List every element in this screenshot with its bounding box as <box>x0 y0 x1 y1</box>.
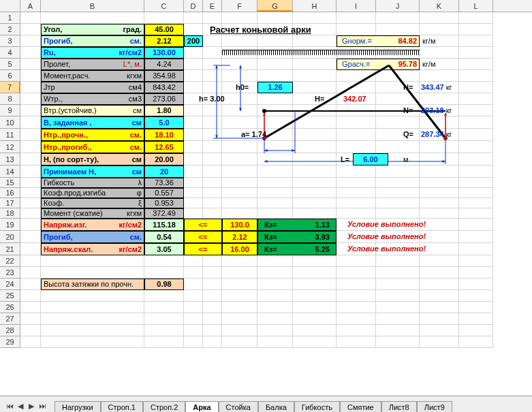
val-r2[interactable]: 45.00 <box>144 24 184 35</box>
val-r9[interactable]: 1.80 <box>144 105 184 116</box>
label-r11[interactable]: Hтр.,прочн.,см. <box>41 129 144 141</box>
kz-r20[interactable]: Кз=3.93 <box>257 231 337 243</box>
col-D[interactable]: D <box>184 0 203 12</box>
row-headers[interactable]: 1234567891011121314151617181920212223242… <box>0 12 20 348</box>
tab-Арка[interactable]: Арка <box>185 401 218 412</box>
lim-r19[interactable]: 130.0 <box>222 219 257 231</box>
val-r3[interactable]: 2.12 <box>144 35 184 47</box>
label-r8[interactable]: Wтр.,см3 <box>41 93 144 105</box>
col-I[interactable]: I <box>337 0 376 12</box>
row-24[interactable]: 24 <box>0 279 20 290</box>
row-23[interactable]: 23 <box>0 267 20 279</box>
val-r24[interactable]: 0.98 <box>144 279 184 290</box>
tab-Смятие[interactable]: Смятие <box>340 401 381 412</box>
cmp-r19[interactable]: <= <box>184 219 222 231</box>
L-val[interactable]: 6.00 <box>353 153 388 165</box>
col-B[interactable]: B <box>41 0 144 12</box>
label-r24[interactable]: Высота затяжки по прочн. <box>41 279 144 290</box>
label-r15[interactable]: Гибкостьλ <box>41 178 144 188</box>
row-9[interactable]: 9 <box>0 105 20 116</box>
cmp-r21[interactable]: <= <box>184 243 222 255</box>
tab-first-icon[interactable]: ⏮ <box>4 400 15 412</box>
tab-prev-icon[interactable]: ◀ <box>15 400 26 412</box>
kz-r19[interactable]: Кз=1.13 <box>257 219 337 231</box>
row-20[interactable]: 20 <box>0 231 20 243</box>
val-r18[interactable]: 372.49 <box>144 208 184 219</box>
row-19[interactable]: 19 <box>0 219 20 231</box>
val-r11[interactable]: 18.10 <box>144 129 184 141</box>
col-J[interactable]: J <box>376 0 420 12</box>
row-26[interactable]: 26 <box>0 302 20 313</box>
tab-Нагрузки[interactable]: Нагрузки <box>54 401 101 412</box>
val-r12[interactable]: 12.65 <box>144 141 184 153</box>
label-r16[interactable]: Коэф.прод.изгибаφ <box>41 188 144 198</box>
label-r4[interactable]: Ru,кг/см2 <box>41 47 144 59</box>
val-r21[interactable]: 3.05 <box>144 243 184 255</box>
row-12[interactable]: 12 <box>0 141 20 153</box>
tab-Лист9[interactable]: Лист9 <box>417 401 452 412</box>
row-16[interactable]: 16 <box>0 188 20 198</box>
val-r10[interactable]: 5.0 <box>144 116 184 129</box>
val-r20[interactable]: 0.54 <box>144 231 184 243</box>
col-F[interactable]: F <box>222 0 257 12</box>
tab-Лист8[interactable]: Лист8 <box>381 401 417 412</box>
val-r5[interactable]: 4.24 <box>144 59 184 70</box>
row-8[interactable]: 8 <box>0 93 20 105</box>
tab-next-icon[interactable]: ▶ <box>26 400 37 412</box>
lim-r20[interactable]: 2.12 <box>222 231 257 243</box>
row-27[interactable]: 27 <box>0 313 20 325</box>
cmp-r20[interactable]: <= <box>184 231 222 243</box>
col-H[interactable]: H <box>293 0 337 12</box>
sheet-tabs[interactable]: ⏮ ◀ ▶ ⏭ НагрузкиСтроп.1Строп.2АркаСтойка… <box>0 396 532 412</box>
val-r17[interactable]: 0.953 <box>144 198 184 208</box>
val-r3x[interactable]: 200 <box>184 35 203 47</box>
row-22[interactable]: 22 <box>0 255 20 267</box>
row-2[interactable]: 2 <box>0 24 20 35</box>
h0-val[interactable]: 1.26 <box>257 82 293 93</box>
label-r14[interactable]: Принимаем Н,см <box>41 165 144 178</box>
tab-Балка[interactable]: Балка <box>258 401 294 412</box>
row-4[interactable]: 4 <box>0 47 20 59</box>
tab-Стойка[interactable]: Стойка <box>219 401 258 412</box>
lim-r21[interactable]: 16.00 <box>222 243 257 255</box>
row-17[interactable]: 17 <box>0 198 20 208</box>
spreadsheet-grid[interactable]: Угол,град.45.00Прогиб,см.2.12200Ru,кг/см… <box>20 12 532 396</box>
tab-nav[interactable]: ⏮ ◀ ▶ ⏭ <box>4 400 48 412</box>
column-headers[interactable]: ABCDEFGHIJKL <box>0 0 532 12</box>
val-r6[interactable]: 354.98 <box>144 70 184 82</box>
col-C[interactable]: C <box>144 0 184 12</box>
label-r10[interactable]: В, заданная ,см <box>41 116 144 129</box>
row-11[interactable]: 11 <box>0 129 20 141</box>
val-r19[interactable]: 115.18 <box>144 219 184 231</box>
gnorm[interactable]: Gнорм.=84.82 <box>337 35 420 47</box>
val-r16[interactable]: 0.557 <box>144 188 184 198</box>
label-r6[interactable]: Момент,расч.кгхм <box>41 70 144 82</box>
label-r5[interactable]: Пролет,L*, м. <box>41 59 144 70</box>
val-r4[interactable]: 130.00 <box>144 47 184 59</box>
label-r7[interactable]: Jтрсм4 <box>41 82 144 93</box>
row-1[interactable]: 1 <box>0 12 20 24</box>
col-L[interactable]: L <box>459 0 493 12</box>
col-K[interactable]: K <box>420 0 459 12</box>
tab-Строп.1[interactable]: Строп.1 <box>101 401 143 412</box>
row-28[interactable]: 28 <box>0 325 20 336</box>
kz-r21[interactable]: Кз=5.25 <box>257 243 337 255</box>
val-r15[interactable]: 73.36 <box>144 178 184 188</box>
tab-last-icon[interactable]: ⏭ <box>37 400 48 412</box>
row-7[interactable]: 7 <box>0 82 20 93</box>
row-10[interactable]: 10 <box>0 116 20 129</box>
row-21[interactable]: 21 <box>0 243 20 255</box>
row-15[interactable]: 15 <box>0 178 20 188</box>
val-r8[interactable]: 273.06 <box>144 93 184 105</box>
row-13[interactable]: 13 <box>0 153 20 165</box>
col-A[interactable]: A <box>20 0 41 12</box>
row-18[interactable]: 18 <box>0 208 20 219</box>
row-5[interactable]: 5 <box>0 59 20 70</box>
label-r9[interactable]: Bтр.(устойчив.)см <box>41 105 144 116</box>
val-r14[interactable]: 20 <box>144 165 184 178</box>
label-r13[interactable]: Н, (по сорт-ту),см <box>41 153 144 165</box>
label-r21[interactable]: Напряж.скал.кг/см2 <box>41 243 144 255</box>
val-r7[interactable]: 843.42 <box>144 82 184 93</box>
val-r13[interactable]: 20.00 <box>144 153 184 165</box>
col-E[interactable]: E <box>203 0 222 12</box>
